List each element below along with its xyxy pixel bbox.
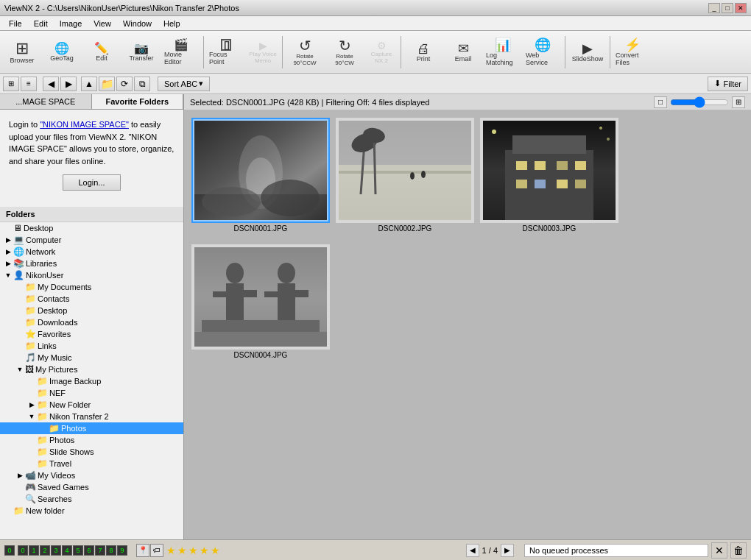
close-window-button[interactable]: ✕	[735, 3, 747, 13]
thumbnail-dscn0003[interactable]: DSCN0003.JPG	[480, 118, 618, 233]
menu-window[interactable]: Window	[117, 18, 158, 29]
svg-rect-18	[512, 135, 586, 154]
tree-item-computer[interactable]: ▶💻Computer	[0, 234, 183, 246]
browser-button[interactable]: ⊞ Browser	[3, 33, 41, 71]
thumbnail-dscn0004[interactable]: DSCN0004.JPG	[191, 244, 330, 359]
menu-image[interactable]: Image	[54, 18, 88, 29]
folder-tree[interactable]: 🖥Desktop▶💻Computer▶🌐Network▶📚Libraries▼👤…	[0, 222, 183, 539]
geotag-button[interactable]: 🌐 GeoTag	[43, 33, 81, 71]
thumbnail-dscn0002[interactable]: DSCN0002.JPG	[336, 118, 474, 233]
rotate-cw-button[interactable]: ↻ Rotate 90°CW	[325, 33, 364, 71]
digit-7[interactable]: 7	[95, 545, 105, 556]
tree-item-nikonuser[interactable]: ▼👤NikonUser	[0, 269, 183, 281]
tree-item-image-backup[interactable]: 📁Image Backup	[0, 375, 183, 387]
star-4[interactable]: ★	[200, 545, 209, 556]
multi-view-button[interactable]: ⊞	[732, 96, 745, 108]
tag-icon-button[interactable]: 🏷	[150, 544, 163, 557]
tree-item-searches[interactable]: 🔍Searches	[0, 493, 183, 505]
star-3[interactable]: ★	[188, 545, 198, 556]
digit-2[interactable]: 2	[40, 545, 50, 556]
digit-3[interactable]: 3	[51, 545, 61, 556]
tree-item-photos2[interactable]: 📁Photos	[0, 434, 183, 446]
maximize-button[interactable]: □	[722, 3, 733, 13]
tree-item-my-documents[interactable]: 📁My Documents	[0, 281, 183, 293]
movie-editor-button[interactable]: 🎬 Movie Editor	[162, 33, 200, 71]
digit-0[interactable]: 0	[18, 545, 28, 556]
single-view-button[interactable]: □	[654, 96, 667, 108]
digit-8[interactable]: 8	[106, 545, 116, 556]
convert-files-button[interactable]: ⚡ Convert Files	[613, 33, 652, 71]
gps-icon-button[interactable]: 📍	[136, 544, 149, 557]
play-voice-memo-label: Play Voice Memo	[249, 51, 277, 64]
tree-label-desktop2: Desktop	[38, 306, 67, 315]
prev-page-button[interactable]: ◀	[466, 544, 479, 557]
nav-back-button[interactable]: ◀	[43, 77, 59, 91]
tree-item-network[interactable]: ▶🌐Network	[0, 246, 183, 258]
rotate-ccw-button[interactable]: ↺ Rotate 90°CCW	[286, 33, 324, 71]
edit-button[interactable]: ✏️ Edit	[82, 33, 121, 71]
tree-item-nikon-transfer-2[interactable]: ▼📁Nikon Transfer 2	[0, 411, 183, 422]
nav-rotate-button[interactable]: ⟳	[116, 77, 133, 91]
star-5[interactable]: ★	[211, 545, 220, 556]
tree-item-desktop[interactable]: 🖥Desktop	[0, 222, 183, 234]
email-button[interactable]: ✉ Email	[444, 33, 482, 71]
menu-edit[interactable]: Edit	[28, 18, 54, 29]
rotate-ccw-label: Rotate 90°CCW	[288, 53, 322, 66]
tree-item-favorites[interactable]: ⭐Favorites	[0, 328, 183, 340]
list-view-button[interactable]: ≡	[21, 77, 37, 91]
sort-button[interactable]: Sort ABC ▾	[158, 77, 210, 91]
thumbnail-size-slider[interactable]	[670, 98, 729, 107]
capture-nx2-button[interactable]: ⚙ Capture NX 2	[365, 33, 398, 71]
star-1[interactable]: ★	[166, 545, 176, 556]
tree-item-my-pictures[interactable]: ▼🖼My Pictures	[0, 364, 183, 375]
tree-item-desktop2[interactable]: 📁Desktop	[0, 305, 183, 316]
tree-item-travel[interactable]: 📁Travel	[0, 458, 183, 469]
digit-9[interactable]: 9	[117, 545, 127, 556]
tab-favorite-folders[interactable]: Favorite Folders	[92, 94, 184, 109]
tree-item-new-folder[interactable]: ▶📁New Folder	[0, 399, 183, 411]
transfer-button[interactable]: 📷 Transfer	[122, 33, 161, 71]
filter-button[interactable]: ⬇ Filter	[708, 77, 748, 91]
tree-item-my-music[interactable]: 🎵My Music	[0, 352, 183, 364]
tree-item-downloads[interactable]: 📁Downloads	[0, 316, 183, 328]
tree-item-nef[interactable]: 📁NEF	[0, 387, 183, 399]
thumbnail-view-button[interactable]: ⊞	[3, 77, 19, 91]
nav-folder-button[interactable]: 📁	[99, 77, 115, 91]
tree-item-slide-shows[interactable]: 📁Slide Shows	[0, 446, 183, 458]
svg-line-12	[374, 135, 376, 194]
digit-1[interactable]: 1	[29, 545, 39, 556]
trash-button[interactable]: 🗑	[730, 542, 747, 559]
tree-item-contacts[interactable]: 📁Contacts	[0, 293, 183, 305]
nav-forward-button[interactable]: ▶	[60, 77, 77, 91]
menu-view[interactable]: View	[88, 18, 117, 29]
nav-up-button[interactable]: ▲	[81, 77, 97, 91]
tree-item-my-videos[interactable]: ▶📹My Videos	[0, 469, 183, 481]
tab-image-space[interactable]: ...MAGE SPACE	[0, 94, 92, 109]
menu-help[interactable]: Help	[158, 18, 186, 29]
tree-item-libraries[interactable]: ▶📚Libraries	[0, 258, 183, 269]
nav-copy-button[interactable]: ⧉	[134, 77, 150, 91]
minimize-button[interactable]: _	[708, 3, 720, 13]
log-matching-button[interactable]: 📊 Log Matching	[484, 33, 522, 71]
tree-item-saved-games[interactable]: 🎮Saved Games	[0, 481, 183, 493]
tree-item-links[interactable]: 📁Links	[0, 340, 183, 352]
thumbnail-dscn0001[interactable]: DSCN0001.JPG	[191, 118, 330, 233]
close-process-button[interactable]: ✕	[711, 542, 727, 559]
web-service-button[interactable]: 🌐 Web Service	[523, 33, 562, 71]
focus-point-button[interactable]: [ ] Focus Point	[207, 33, 245, 71]
tree-item-new-folder2[interactable]: 📁New folder	[0, 505, 183, 517]
rotate-ccw-icon: ↺	[299, 38, 311, 53]
menu-file[interactable]: File	[3, 18, 28, 29]
play-button[interactable]: ▶	[501, 544, 514, 557]
thumb-label-dscn0003: DSCN0003.JPG	[523, 224, 577, 233]
digit-5[interactable]: 5	[73, 545, 83, 556]
digit-4[interactable]: 4	[62, 545, 72, 556]
tree-item-photos-selected[interactable]: 📁Photos	[0, 422, 183, 434]
slideshow-button[interactable]: ▶ SlideShow	[568, 33, 607, 71]
digit-6[interactable]: 6	[84, 545, 94, 556]
nikon-space-link[interactable]: "NIKON IMAGE SPACE"	[40, 120, 129, 129]
print-button[interactable]: 🖨 Print	[404, 33, 443, 71]
login-button[interactable]: Login...	[63, 174, 120, 191]
play-voice-memo-button[interactable]: ▶ Play Voice Memo	[247, 33, 279, 71]
star-2[interactable]: ★	[177, 545, 187, 556]
